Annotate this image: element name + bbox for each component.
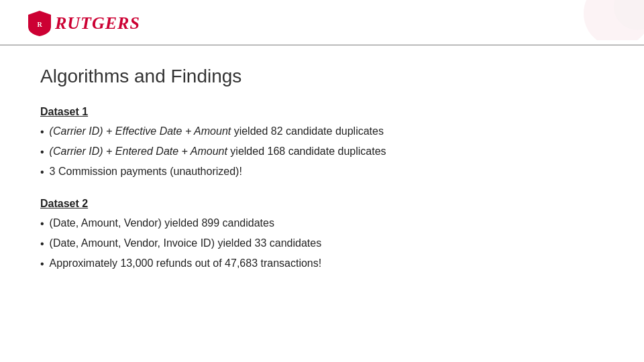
bullet-dot: • [40, 164, 44, 180]
dataset1-heading: Dataset 1 [40, 106, 604, 118]
list-item: • 3 Commission payments (unauthorized)! [40, 164, 604, 180]
dataset2-bullet1-text: (Date, Amount, Vendor) yielded 899 candi… [50, 215, 604, 231]
bullet-dot: • [40, 216, 44, 231]
dataset1-list: • (Carrier ID) + Effective Date + Amount… [40, 123, 604, 180]
dataset1-bullet3-text: 3 Commission payments (unauthorized)! [50, 164, 604, 179]
main-content: Algorithms and Findings Dataset 1 • (Car… [0, 46, 644, 309]
dataset2-bullet2-text: (Date, Amount, Vendor, Invoice ID) yield… [50, 235, 604, 251]
dataset2-section: Dataset 2 • (Date, Amount, Vendor) yield… [40, 198, 604, 272]
page-title: Algorithms and Findings [40, 66, 604, 87]
list-item: • (Date, Amount, Vendor) yielded 899 can… [40, 215, 604, 231]
header-watermark [510, 0, 644, 40]
bullet-dot: • [40, 144, 44, 160]
dataset2-bullet3-text: Approximately 13,000 refunds out of 47,6… [50, 255, 604, 271]
list-item: • (Carrier ID) + Effective Date + Amount… [40, 123, 604, 139]
bullet-dot: • [40, 256, 44, 272]
list-item: • (Carrier ID) + Entered Date + Amount y… [40, 143, 604, 160]
rutgers-logo-text: RUTGERS [55, 13, 140, 34]
svg-text:R: R [37, 21, 42, 28]
dataset1-bullet1-text: (Carrier ID) + Effective Date + Amount y… [50, 123, 604, 139]
dataset1-bullet2-text: (Carrier ID) + Entered Date + Amount yie… [50, 143, 604, 159]
dataset2-list: • (Date, Amount, Vendor) yielded 899 can… [40, 215, 604, 272]
list-item: • (Date, Amount, Vendor, Invoice ID) yie… [40, 235, 604, 251]
page-container: R RUTGERS Algorithms and Findings Datase… [0, 0, 644, 362]
dataset2-heading: Dataset 2 [40, 198, 604, 210]
logo-area: R RUTGERS [27, 9, 140, 38]
bullet-dot: • [40, 124, 44, 139]
dataset1-section: Dataset 1 • (Carrier ID) + Effective Dat… [40, 106, 604, 180]
list-item: • Approximately 13,000 refunds out of 47… [40, 255, 604, 272]
bullet-dot: • [40, 236, 44, 251]
rutgers-shield-icon: R [27, 9, 52, 38]
header: R RUTGERS [0, 0, 644, 45]
